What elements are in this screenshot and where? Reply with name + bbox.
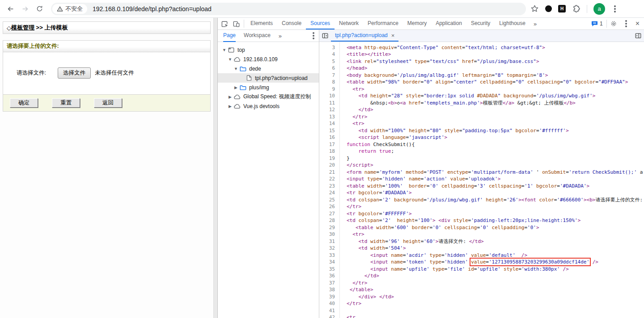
chrome-menu-icon[interactable] <box>614 8 616 10</box>
devtools-close-button[interactable]: × <box>633 20 642 28</box>
devtools-tab-security[interactable]: Security <box>466 18 495 29</box>
line-number[interactable]: 16 <box>319 134 340 141</box>
code-line[interactable]: 11 &nbsp;<b>◇<a href='templets_main.php'… <box>319 100 644 107</box>
tab-page[interactable]: Page <box>223 30 236 42</box>
code-line[interactable]: 28<td colspan='2' height='100'> <div sty… <box>319 217 644 224</box>
devtools-tab-sources[interactable]: Sources <box>306 18 335 29</box>
code-line[interactable]: 9 <tr> <box>319 86 644 93</box>
disclosure-closed-icon[interactable]: ▶ <box>233 85 239 90</box>
extensions-puzzle-icon[interactable] <box>572 4 580 13</box>
code-line[interactable]: 16 <script language='javascript'> <box>319 134 644 141</box>
file-tab[interactable]: tpl.php?action=upload × <box>331 30 398 42</box>
line-number[interactable]: 39 <box>319 293 340 301</box>
address-bar[interactable]: 不安全 192.168.0.109/dede/tpl.php?action=up… <box>51 3 526 15</box>
line-number[interactable]: 6 <box>319 65 340 72</box>
disclosure-closed-icon[interactable]: ▶ <box>227 95 233 99</box>
disclosure-open-icon[interactable]: ▼ <box>227 57 233 62</box>
choose-file-button[interactable]: 选择文件 <box>58 67 91 79</box>
page-scrollbar[interactable] <box>213 18 217 318</box>
line-number[interactable]: 11 <box>319 100 340 107</box>
inspect-element-button[interactable] <box>219 18 230 29</box>
code-line[interactable]: 31 <td width='96' height='60'>请选择文件: </t… <box>319 238 644 245</box>
devtools-tab-network[interactable]: Network <box>335 18 363 29</box>
forward-button[interactable] <box>18 2 32 16</box>
line-number[interactable]: 13 <box>319 113 340 121</box>
tree-item-192-168-0-109[interactable]: ▼192.168.0.109 <box>218 54 319 64</box>
line-number[interactable]: 17 <box>319 141 340 148</box>
code-line[interactable]: 42<tr <box>319 314 644 318</box>
line-number[interactable]: 42 <box>319 314 340 318</box>
settings-button[interactable] <box>608 18 619 29</box>
code-line[interactable]: 25<td colspan='2' background='/plus/img/… <box>319 197 644 204</box>
devtools-tab-console[interactable]: Console <box>277 18 306 29</box>
line-number[interactable]: 8 <box>319 79 340 86</box>
line-number[interactable]: 18 <box>319 148 340 155</box>
line-number[interactable]: 9 <box>319 86 340 93</box>
line-number[interactable]: 38 <box>319 286 340 293</box>
tree-item-plus-img[interactable]: ▶plus/img <box>218 83 319 92</box>
code-line[interactable]: 3<meta http-equiv="Content-Type" content… <box>319 44 644 51</box>
back-button[interactable] <box>4 2 18 16</box>
line-number[interactable]: 19 <box>319 155 340 162</box>
code-line[interactable]: 12 </td> <box>319 106 644 113</box>
line-number[interactable]: 37 <box>319 280 340 287</box>
file-tab-close-icon[interactable]: × <box>391 32 395 39</box>
line-number[interactable]: 22 <box>319 176 340 183</box>
code-line[interactable]: 4<title></title> <box>319 51 644 58</box>
extension-h-icon[interactable]: H <box>558 5 566 13</box>
code-line[interactable]: 29 <table width='600' border='0' cellspa… <box>319 224 644 231</box>
line-number[interactable]: 26 <box>319 203 340 210</box>
issues-button[interactable]: 1 <box>589 21 606 27</box>
code-line[interactable]: 15 <td width="100%" height="80" style="p… <box>319 127 644 134</box>
collapse-navigator-button[interactable] <box>319 30 331 42</box>
ok-button[interactable]: 确定 <box>10 98 38 108</box>
line-number[interactable]: 4 <box>319 51 340 58</box>
line-number[interactable]: 28 <box>319 217 340 224</box>
code-line[interactable]: 24<tr bgcolor='#DADADA'> <box>319 189 644 197</box>
line-number[interactable]: 15 <box>319 127 340 134</box>
profile-avatar[interactable]: a <box>593 3 605 15</box>
code-line[interactable]: 26</tr> <box>319 203 644 210</box>
code-line[interactable]: 23<table width='100%' border='0' cellpad… <box>319 183 644 190</box>
code-line[interactable]: 41 <box>319 307 644 314</box>
line-number[interactable]: 20 <box>319 162 340 169</box>
line-number[interactable]: 33 <box>319 252 340 259</box>
tree-item-vue-js-devtools[interactable]: ▶Vue.js devtools <box>218 101 319 111</box>
extension-circle-icon[interactable] <box>545 5 552 12</box>
toggle-debugger-sidebar-button[interactable] <box>632 30 644 42</box>
tree-item-global-speed-[interactable]: ▶Global Speed: 视频速度控制 <box>218 92 319 101</box>
code-line[interactable]: 7<body background='/plus/img/allbg.gif' … <box>319 72 644 79</box>
devtools-menu-button[interactable] <box>620 18 632 29</box>
code-line[interactable]: 6</head> <box>319 65 644 72</box>
line-number[interactable]: 31 <box>319 238 340 245</box>
line-number[interactable]: 21 <box>319 169 340 176</box>
code-line[interactable]: 39 </div> </td> <box>319 293 644 301</box>
code-line[interactable]: 10 <td height="28" style="border:1px sol… <box>319 92 644 100</box>
line-number[interactable]: 41 <box>319 307 340 314</box>
disclosure-open-icon[interactable]: ▼ <box>233 67 239 71</box>
line-number[interactable]: 5 <box>319 58 340 65</box>
line-number[interactable]: 3 <box>319 44 340 51</box>
line-number[interactable]: 24 <box>319 189 340 197</box>
back-page-button[interactable]: 返回 <box>94 98 122 108</box>
code-line[interactable]: 27<tr bgcolor='#FFFFFF'> <box>319 210 644 218</box>
code-line[interactable]: 22<input type='hidden' name='action' val… <box>319 176 644 183</box>
code-line[interactable]: 40</tr> <box>319 300 644 307</box>
code-line[interactable]: 21<form name='myform' method='POST' enct… <box>319 169 644 176</box>
line-number[interactable]: 27 <box>319 210 340 218</box>
navigator-more-chevron[interactable]: » <box>279 33 282 39</box>
reload-button[interactable] <box>32 2 47 16</box>
code-line[interactable]: 19} <box>319 155 644 162</box>
line-number[interactable]: 12 <box>319 106 340 113</box>
code-line[interactable]: 5<link rel="stylesheet" type="text/css" … <box>319 58 644 65</box>
tree-item-top[interactable]: ▼top <box>218 45 319 54</box>
device-toolbar-button[interactable] <box>230 18 242 29</box>
tree-item-dede[interactable]: ▼dede <box>218 64 319 73</box>
code-line[interactable]: 38 </table> <box>319 286 644 293</box>
code-line[interactable]: 8<table width="98%" border="0" align="ce… <box>319 79 644 86</box>
code-line[interactable]: 35 <input name='upfile' type='file' id='… <box>319 266 644 273</box>
devtools-tab-application[interactable]: Application <box>431 18 466 29</box>
security-chip[interactable]: 不安全 <box>52 4 87 14</box>
line-number[interactable]: 35 <box>319 266 340 273</box>
navigator-menu-icon[interactable] <box>313 35 314 37</box>
